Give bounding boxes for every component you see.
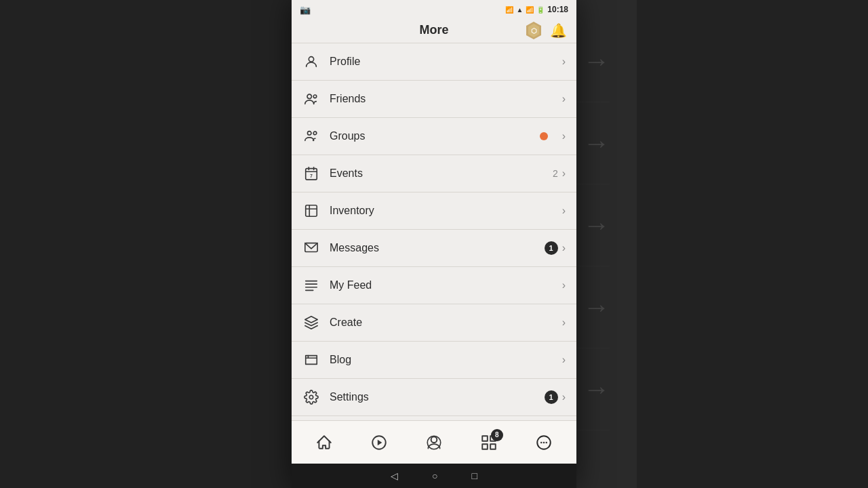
status-time: 10:18 <box>547 5 568 14</box>
bg-inventory-arrow: → <box>583 46 610 77</box>
menu-item-friends[interactable]: Friends › <box>292 81 576 118</box>
menu-item-profile[interactable]: Profile › <box>292 43 576 81</box>
menu-item-settings[interactable]: Settings 1 › <box>292 379 576 416</box>
create-label: Create <box>330 317 562 329</box>
settings-icon <box>302 388 320 406</box>
play-icon <box>370 434 388 451</box>
svg-point-31 <box>309 395 313 399</box>
groups-icon <box>302 127 320 145</box>
svg-point-9 <box>309 57 313 62</box>
groups-notification-dot <box>540 132 548 140</box>
svg-rect-45 <box>482 444 488 449</box>
back-button[interactable]: ◁ <box>391 470 398 481</box>
menu-item-create[interactable]: Create › <box>292 304 576 342</box>
header-actions: ⬡ 🔔 <box>523 20 567 41</box>
home-button[interactable]: ○ <box>432 470 437 481</box>
bg-create-arrow: → <box>583 292 610 323</box>
events-label: Events <box>330 167 553 180</box>
svg-rect-46 <box>490 444 496 449</box>
camera-status-icon: 📷 <box>300 5 311 15</box>
nav-feed[interactable]: 8 <box>472 428 506 458</box>
inventory-icon <box>302 202 320 220</box>
friends-label: Friends <box>330 93 562 105</box>
menu-item-events[interactable]: 7 Events 2 › <box>292 155 576 192</box>
svg-text:⬡: ⬡ <box>531 27 537 35</box>
myfeed-arrow: › <box>562 279 566 291</box>
feed-badge: 8 <box>491 429 503 441</box>
svg-marker-28 <box>306 356 317 365</box>
events-count: 2 <box>553 168 558 179</box>
nav-home[interactable] <box>307 428 341 458</box>
create-icon <box>302 314 320 331</box>
menu-item-myfeed[interactable]: My Feed › <box>292 267 576 304</box>
messages-icon <box>302 239 320 257</box>
wifi-icon: ▲ <box>516 6 523 14</box>
messages-arrow: › <box>562 242 566 254</box>
groups-arrow: › <box>562 130 566 142</box>
nav-play[interactable] <box>362 428 396 458</box>
blog-icon <box>302 351 320 369</box>
svg-point-12 <box>308 131 312 136</box>
svg-point-50 <box>545 441 547 443</box>
cast-icon: 📶 <box>505 6 513 14</box>
menu-item-messages[interactable]: Messages 1 › <box>292 230 576 267</box>
svg-rect-43 <box>482 436 488 441</box>
svg-marker-40 <box>378 439 382 445</box>
menu-item-blog[interactable]: Blog › <box>292 342 576 379</box>
menu-list: Profile › Friends › Groups › 7 Events <box>292 43 576 420</box>
status-icons-group: 📶 ▲ 📶 🔋 10:18 <box>505 5 568 14</box>
header: More ⬡ 🔔 <box>292 19 576 43</box>
svg-point-11 <box>313 95 317 98</box>
friends-arrow: › <box>562 93 566 105</box>
hex-badge-button[interactable]: ⬡ <box>523 20 545 41</box>
svg-point-10 <box>307 94 311 98</box>
recents-button[interactable]: □ <box>472 470 477 481</box>
bg-myfeed-arrow: → <box>583 210 610 241</box>
bottom-navigation: 8 <box>292 420 576 464</box>
create-arrow: › <box>562 317 566 329</box>
menu-item-groups[interactable]: Groups › <box>292 118 576 155</box>
nav-more[interactable] <box>527 428 561 458</box>
inventory-arrow: › <box>562 205 566 217</box>
settings-arrow: › <box>562 391 566 403</box>
hex-icon: ⬡ <box>524 20 544 41</box>
signal-icon: 📶 <box>526 6 534 14</box>
nav-profile[interactable] <box>417 428 451 458</box>
svg-point-41 <box>431 436 437 443</box>
more-dots-icon <box>535 434 553 451</box>
blog-label: Blog <box>330 354 562 366</box>
svg-text:7: 7 <box>310 174 313 178</box>
bg-left-panel <box>0 0 292 488</box>
svg-rect-20 <box>306 205 317 217</box>
myfeed-label: My Feed <box>330 279 562 291</box>
settings-badge: 1 <box>545 390 558 404</box>
messages-label: Messages <box>330 242 545 254</box>
friends-icon <box>302 90 320 108</box>
profile-arrow: › <box>562 56 566 68</box>
settings-label: Settings <box>330 391 545 403</box>
battery-icon: 🔋 <box>536 6 545 14</box>
system-navigation-bar: ◁ ○ □ <box>292 464 576 488</box>
bg-right-panel <box>637 0 868 488</box>
events-icon: 7 <box>302 165 320 182</box>
bg-blog-arrow: → <box>583 374 610 405</box>
notification-bell-icon[interactable]: 🔔 <box>550 22 567 39</box>
profile-label: Profile <box>330 56 562 68</box>
home-icon <box>315 434 333 451</box>
myfeed-icon <box>302 277 320 294</box>
profile-icon <box>302 53 320 70</box>
menu-item-inventory[interactable]: Inventory › <box>292 192 576 230</box>
events-arrow: › <box>562 167 566 180</box>
status-bar: 📷 📶 ▲ 📶 🔋 10:18 <box>292 0 576 19</box>
groups-label: Groups <box>330 130 562 142</box>
svg-point-48 <box>540 441 542 443</box>
blog-arrow: › <box>562 354 566 366</box>
messages-badge: 1 <box>545 241 558 255</box>
svg-point-49 <box>542 441 545 443</box>
bg-messages-arrow: → <box>583 128 610 159</box>
menu-item-about[interactable]: About › <box>292 416 576 420</box>
svg-point-13 <box>313 131 317 135</box>
inventory-label: Inventory <box>330 205 562 217</box>
profile-nav-icon <box>425 434 443 451</box>
phone-screen: 📷 📶 ▲ 📶 🔋 10:18 More ⬡ 🔔 <box>292 0 576 488</box>
